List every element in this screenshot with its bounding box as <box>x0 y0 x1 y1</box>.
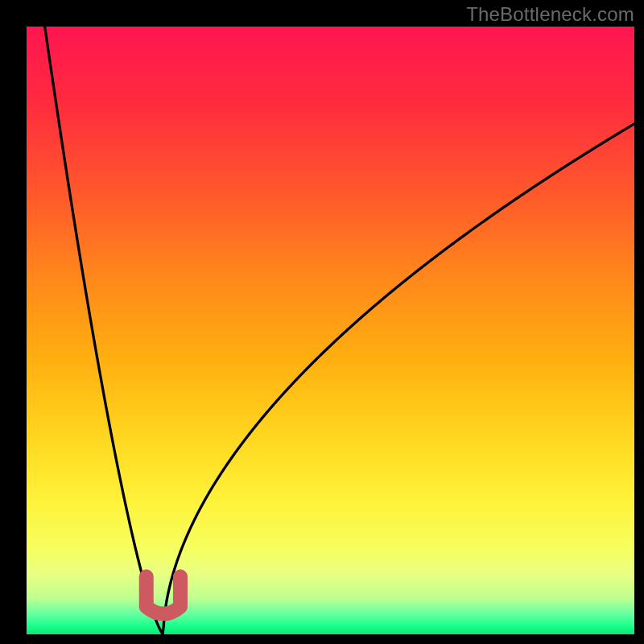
watermark-label: TheBottleneck.com <box>466 3 634 26</box>
bottleneck-curve-chart <box>0 0 644 644</box>
